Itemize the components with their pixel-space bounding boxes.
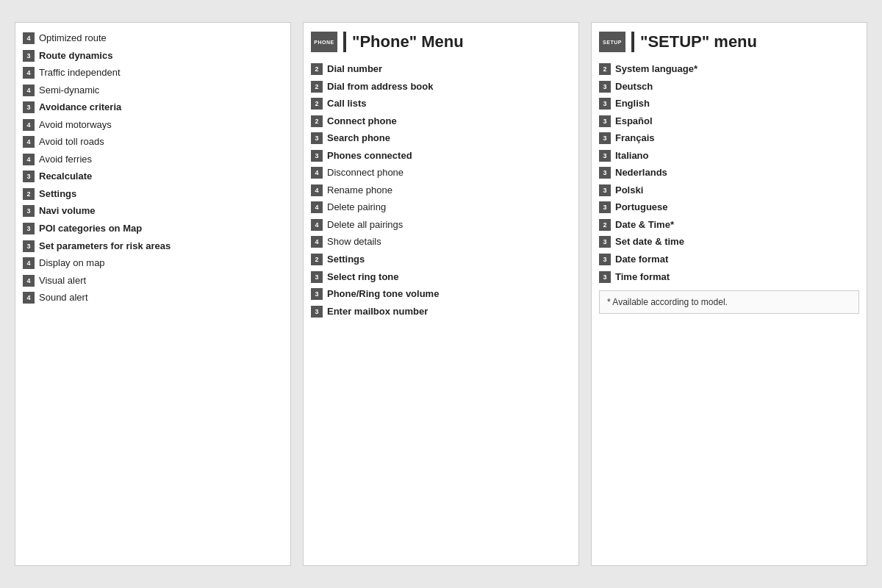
list-item[interactable]: 3English [599,97,859,110]
item-label: Dial number [327,62,382,76]
item-badge: 4 [23,67,35,79]
item-label: Display on map [39,257,105,270]
list-item[interactable]: 4Rename phone [311,184,571,197]
item-badge: 3 [599,271,611,283]
list-item[interactable]: 2Connect phone [311,115,571,128]
item-badge: 2 [311,98,323,110]
list-item[interactable]: 3Select ring tone [311,270,571,284]
list-item[interactable]: 3Phone/Ring tone volume [311,287,571,301]
list-item[interactable]: 4Visual alert [23,274,283,287]
list-item[interactable]: 3Portuguese [599,201,859,214]
item-label: English [615,97,650,110]
item-badge: 4 [311,236,323,248]
list-item[interactable]: 3Search phone [311,132,571,145]
item-badge: 3 [311,150,323,162]
item-label: Select ring tone [327,270,399,284]
item-badge: 2 [599,219,611,231]
item-badge: 3 [23,101,35,113]
list-item[interactable]: 2Settings [311,253,571,266]
item-label: Connect phone [327,115,397,128]
list-item[interactable]: 2Dial number [311,62,571,76]
item-badge: 3 [311,132,323,144]
list-item[interactable]: 4Traffic independent [23,66,283,79]
list-item[interactable]: 2Date & Time* [599,218,859,232]
item-label: Sound alert [39,291,88,304]
header-icon: PHONE [311,32,337,52]
col-header: SETUP"SETUP" menu [599,32,859,52]
item-badge: 4 [23,292,35,304]
item-badge: 4 [311,219,323,231]
list-item[interactable]: 4Delete all pairings [311,218,571,232]
list-item[interactable]: 3Set parameters for risk areas [23,240,283,253]
list-item[interactable]: 3Set date & time [599,235,859,248]
header-icon-label: PHONE [314,40,334,45]
item-badge: 3 [23,223,35,234]
header-icon-label: SETUP [603,40,622,45]
list-item[interactable]: 3Avoidance criteria [23,101,283,114]
item-badge: 4 [23,275,35,287]
list-item[interactable]: 4Disconnect phone [311,166,571,179]
item-label: Navi volume [39,204,96,218]
header-icon: SETUP [599,32,625,52]
list-item[interactable]: 3Recalculate [23,170,283,183]
list-item[interactable]: 3Date format [599,253,859,266]
list-item[interactable]: 3Deutsch [599,80,859,93]
list-item[interactable]: 4Avoid toll roads [23,135,283,148]
item-badge: 4 [23,257,35,269]
list-item[interactable]: 4Avoid ferries [23,153,283,166]
list-item[interactable]: 3Nederlands [599,166,859,179]
item-label: Rename phone [327,184,392,197]
item-label: Show details [327,235,381,248]
list-item[interactable]: 3Navi volume [23,204,283,218]
item-badge: 4 [23,85,35,96]
item-badge: 3 [23,240,35,252]
item-label: System language* [615,62,698,76]
list-item[interactable]: 4Show details [311,235,571,248]
list-item[interactable]: 4Avoid motorways [23,118,283,132]
list-item[interactable]: 2Dial from address book [311,80,571,93]
list-item[interactable]: 3POI categories on Map [23,222,283,235]
item-label: Avoidance criteria [39,101,121,114]
item-label: Call lists [327,97,366,110]
item-label: Disconnect phone [327,166,404,179]
list-item[interactable]: 3Español [599,115,859,128]
list-item[interactable]: 2System language* [599,62,859,76]
list-item[interactable]: 4Delete pairing [311,201,571,214]
item-label: Avoid motorways [39,118,112,132]
list-item[interactable]: 4Semi-dynamic [23,84,283,97]
item-label: Semi-dynamic [39,84,99,97]
item-badge: 2 [311,254,323,265]
list-item[interactable]: 3Enter mailbox number [311,305,571,318]
item-label: Enter mailbox number [327,305,428,318]
item-label: Visual alert [39,274,86,287]
item-label: Recalculate [39,170,92,183]
item-badge: 3 [599,254,611,265]
item-badge: 3 [599,201,611,213]
item-label: Italiano [615,149,649,162]
list-item[interactable]: 3Polski [599,184,859,197]
list-item[interactable]: 3Français [599,132,859,145]
item-label: Settings [39,187,76,201]
list-item[interactable]: 4Display on map [23,257,283,270]
item-badge: 2 [311,81,323,93]
list-item[interactable]: 3Phones connected [311,149,571,162]
item-label: Delete pairing [327,201,386,214]
list-item[interactable]: 3Route dynamics [23,49,283,62]
note-box: * Available according to model. [599,290,859,314]
item-label: Portuguese [615,201,668,214]
item-label: Date format [615,253,668,266]
item-label: Dial from address book [327,80,433,93]
list-item[interactable]: 4Sound alert [23,291,283,304]
item-badge: 2 [599,63,611,75]
item-label: Phone/Ring tone volume [327,287,439,301]
list-item[interactable]: 4Optimized route [23,32,283,45]
list-item[interactable]: 2Call lists [311,97,571,110]
list-item[interactable]: 2Settings [23,187,283,201]
list-item[interactable]: 3Time format [599,270,859,284]
list-item[interactable]: 3Italiano [599,149,859,162]
col-header: PHONE"Phone" Menu [311,32,571,52]
item-badge: 4 [23,119,35,131]
item-label: Deutsch [615,80,653,93]
item-badge: 3 [23,205,35,217]
item-badge: 4 [23,154,35,165]
